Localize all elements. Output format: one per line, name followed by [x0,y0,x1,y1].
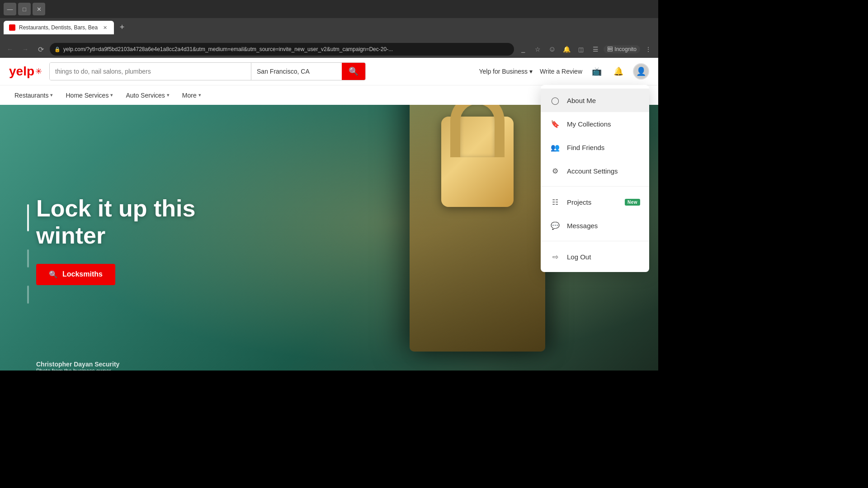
search-form: 🔍 [49,62,366,80]
nav-home-services-chevron: ▾ [110,92,113,98]
reload-button[interactable]: ⟳ [34,43,47,56]
extensions-button[interactable]: ⎯ [517,43,529,56]
dropdown-item-projects[interactable]: ☷ Projects New [541,190,649,214]
hero-title-line1: Lock it up this [36,195,195,221]
photo-credit-name: Christopher Dayan Security [36,361,119,368]
url-text: yelp.com/?ytl=da9f5bd2103a4728a6e4e1a8cc… [63,46,509,52]
yelp-for-business-button[interactable]: Yelp for Business ▾ [479,68,533,75]
back-button[interactable]: ← [4,43,16,56]
incognito-icon: 🆧 [607,46,613,52]
nav-item-restaurants[interactable]: Restaurants ▾ [9,88,58,103]
nav-auto-services-label: Auto Services [126,92,165,99]
active-tab[interactable]: Restaurants, Dentists, Bars, Bea ✕ [4,21,114,34]
notifications-button[interactable]: 🔔 [611,64,626,79]
about-me-icon: ◯ [550,95,561,106]
nav-auto-services-chevron: ▾ [167,92,170,98]
maximize-button[interactable]: □ [18,3,31,15]
hero-text-block: Lock it up this winter 🔍 Locksmiths [36,195,195,285]
hero-title: Lock it up this winter [36,195,195,249]
search-submit-button[interactable]: 🔍 [342,63,365,80]
menu-button[interactable]: ⋮ [642,43,655,56]
nav-item-home-services[interactable]: Home Services ▾ [60,88,118,103]
forward-button[interactable]: → [19,43,32,56]
carousel-dot-3[interactable] [27,286,29,304]
minimize-button[interactable]: — [4,3,16,15]
my-collections-label: My Collections [567,120,611,128]
nav-item-auto-services[interactable]: Auto Services ▾ [120,88,175,103]
carousel-dot-1[interactable] [27,204,29,231]
bookmarks-icon-button[interactable]: 📺 [590,64,604,79]
cast-button[interactable]: ◫ [575,43,587,56]
photo-credit-sub: Photo from the business owner [36,368,119,371]
browser-titlebar: — □ ✕ [0,0,658,18]
incognito-label: Incognito [614,46,637,52]
log-out-label: Log Out [567,253,591,261]
tab-bar: Restaurants, Dentists, Bars, Bea ✕ + [0,18,658,34]
nav-item-more[interactable]: More ▾ [177,88,207,103]
locksmiths-cta-label: Locksmiths [62,270,103,278]
avatar-icon: 👤 [636,66,646,76]
close-button[interactable]: ✕ [33,3,45,15]
yelp-for-business-chevron: ▾ [529,68,533,75]
projects-label: Projects [567,198,591,206]
find-friends-label: Find Friends [567,144,604,151]
browser-toolbar: ← → ⟳ 🔒 yelp.com/?ytl=da9f5bd2103a4728a6… [0,41,658,58]
dropdown-item-messages[interactable]: 💬 Messages [541,214,649,237]
photo-credit: Christopher Dayan Security Photo from th… [36,361,119,371]
locksmiths-search-icon: 🔍 [49,270,58,279]
yelp-header: yelp ✳ 🔍 Yelp for Business ▾ Write a Rev… [0,58,658,85]
page-content: yelp ✳ 🔍 Yelp for Business ▾ Write a Rev… [0,58,658,371]
projects-new-badge: New [625,199,640,206]
about-me-label: About Me [567,97,596,104]
tab-title: Restaurants, Dentists, Bars, Bea [19,24,98,31]
yelp-logo-text: yelp [9,64,34,79]
profile-icon[interactable]: ☺ [546,43,558,56]
write-review-button[interactable]: Write a Review [540,68,582,75]
nav-home-services-label: Home Services [66,92,108,99]
messages-icon: 💬 [550,220,561,231]
header-actions: Yelp for Business ▾ Write a Review 📺 🔔 👤 [479,63,649,80]
search-what-input[interactable] [50,63,251,80]
search-icon: 🔍 [349,66,359,76]
window-controls: — □ ✕ [4,3,45,15]
hero-title-line2: winter [36,222,105,249]
dropdown-item-log-out[interactable]: ⇨ Log Out [541,245,649,268]
tab-close-button[interactable]: ✕ [101,24,108,31]
user-dropdown-menu: ◯ About Me 🔖 My Collections 👥 Find Frien… [541,85,649,272]
dropdown-item-my-collections[interactable]: 🔖 My Collections [541,112,649,136]
lock-icon: 🔒 [54,47,61,52]
browser-chrome: — □ ✕ Restaurants, Dentists, Bars, Bea ✕… [0,0,658,41]
tab-favicon [9,24,15,31]
bookmark-button[interactable]: ☆ [531,43,544,56]
log-out-icon: ⇨ [550,251,561,262]
address-bar[interactable]: 🔒 yelp.com/?ytl=da9f5bd2103a4728a6e4e1a8… [50,43,514,56]
dropdown-item-about-me[interactable]: ◯ About Me [541,89,649,112]
yelp-logo-burst: ✳ [35,66,42,76]
user-avatar-button[interactable]: 👤 [633,63,649,80]
account-settings-icon: ⚙ [550,165,561,176]
toolbar-icons: ⎯ ☆ ☺ 🔔 ◫ ☰ 🆧 Incognito ⋮ [517,43,655,56]
account-settings-label: Account Settings [567,167,618,175]
dropdown-item-find-friends[interactable]: 👥 Find Friends [541,136,649,159]
new-tab-button[interactable]: + [116,21,128,33]
carousel-indicators [27,204,29,304]
nav-more-chevron: ▾ [198,92,201,98]
find-friends-icon: 👥 [550,142,561,153]
incognito-badge: 🆧 Incognito [604,45,640,53]
my-collections-icon: 🔖 [550,118,561,129]
dropdown-divider-1 [541,186,649,187]
dropdown-divider-2 [541,241,649,241]
nav-more-label: More [182,92,197,99]
projects-icon: ☷ [550,197,561,207]
locksmiths-cta-button[interactable]: 🔍 Locksmiths [36,264,115,285]
sidebar-button[interactable]: ☰ [589,43,602,56]
yelp-for-business-label: Yelp for Business [479,68,528,75]
yelp-logo[interactable]: yelp ✳ [9,64,42,79]
notifications-toolbar[interactable]: 🔔 [560,43,573,56]
dropdown-item-account-settings[interactable]: ⚙ Account Settings [541,159,649,183]
messages-label: Messages [567,222,598,230]
carousel-dot-2[interactable] [27,249,29,267]
search-where-input[interactable] [251,63,342,80]
nav-restaurants-chevron: ▾ [50,92,53,98]
nav-restaurants-label: Restaurants [14,92,48,99]
